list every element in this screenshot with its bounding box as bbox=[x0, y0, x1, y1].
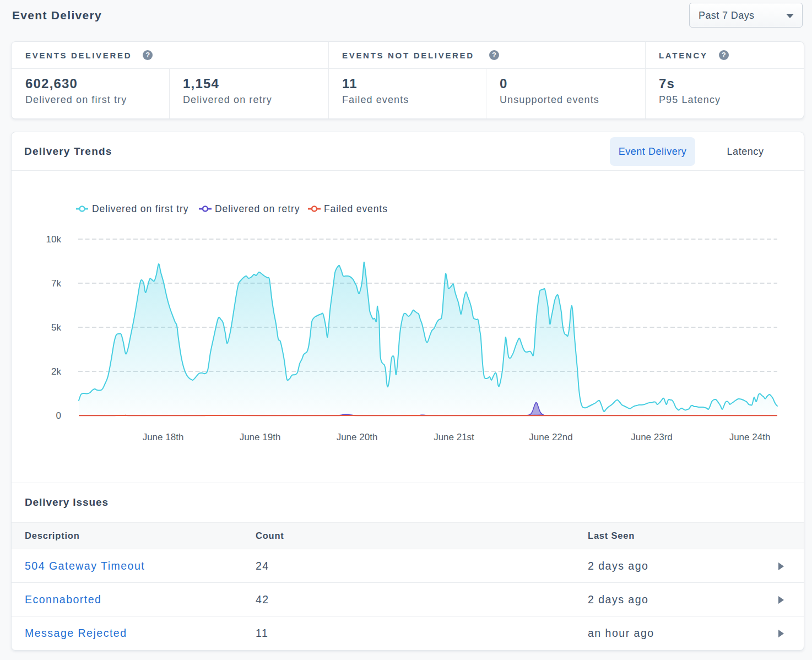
svg-text:June 19th: June 19th bbox=[240, 432, 281, 442]
svg-text:0: 0 bbox=[56, 410, 61, 421]
svg-text:June 22nd: June 22nd bbox=[529, 432, 572, 442]
svg-text:Delivered on first try: Delivered on first try bbox=[92, 203, 188, 214]
svg-text:June 23rd: June 23rd bbox=[631, 432, 673, 442]
svg-text:5k: 5k bbox=[51, 322, 61, 333]
svg-text:June 18th: June 18th bbox=[143, 432, 184, 442]
svg-text:10k: 10k bbox=[46, 234, 62, 245]
svg-text:Failed events: Failed events bbox=[324, 203, 388, 214]
svg-text:2k: 2k bbox=[51, 366, 61, 377]
svg-text:Delivered on retry: Delivered on retry bbox=[215, 203, 300, 214]
svg-text:7k: 7k bbox=[51, 278, 61, 289]
svg-text:June 21st: June 21st bbox=[434, 432, 474, 442]
svg-text:June 20th: June 20th bbox=[337, 432, 378, 442]
svg-text:June 24th: June 24th bbox=[729, 432, 771, 442]
